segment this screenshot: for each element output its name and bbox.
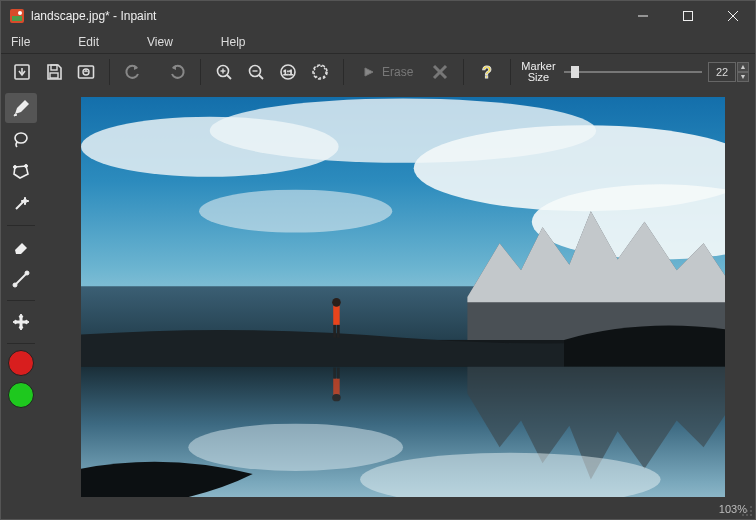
svg-rect-48: [337, 325, 340, 338]
svg-rect-45: [333, 306, 339, 325]
svg-rect-51: [333, 368, 336, 379]
svg-line-18: [259, 75, 263, 79]
svg-point-40: [199, 190, 392, 233]
toolbar: 1:1 Erase ? Marker Size 22 ▲ ▼: [1, 53, 755, 89]
eraser-tool[interactable]: [5, 232, 37, 262]
svg-point-57: [746, 514, 748, 516]
marker-size-spinner[interactable]: 22 ▲ ▼: [708, 62, 749, 82]
svg-point-55: [750, 510, 752, 512]
zoom-out-button[interactable]: [241, 57, 271, 87]
tool-sidebar: [1, 89, 41, 519]
guide-line-tool[interactable]: [5, 264, 37, 294]
erase-button[interactable]: Erase: [352, 57, 423, 87]
svg-line-14: [227, 75, 231, 79]
toolbar-separator: [200, 59, 201, 85]
canvas-area: 103%: [41, 89, 755, 519]
svg-point-53: [750, 506, 752, 508]
menu-help[interactable]: Help: [217, 33, 250, 51]
close-button[interactable]: [710, 1, 755, 31]
svg-point-58: [750, 514, 752, 516]
svg-line-32: [15, 273, 27, 285]
help-button[interactable]: ?: [472, 57, 502, 87]
menu-bar: File Edit View Help: [1, 31, 755, 53]
maximize-button[interactable]: [665, 1, 710, 31]
svg-point-2: [18, 11, 22, 15]
svg-rect-4: [683, 12, 692, 21]
svg-rect-47: [333, 325, 336, 338]
sidebar-separator: [7, 300, 35, 301]
keep-color-swatch[interactable]: [8, 382, 34, 408]
svg-rect-49: [333, 378, 339, 394]
minimize-button[interactable]: [620, 1, 665, 31]
remove-color-swatch[interactable]: [8, 350, 34, 376]
toolbar-separator: [510, 59, 511, 85]
svg-point-34: [25, 271, 29, 275]
menu-edit[interactable]: Edit: [74, 33, 103, 51]
marker-tool[interactable]: [5, 93, 37, 123]
spinner-up-button[interactable]: ▲: [737, 62, 749, 72]
toolbar-separator: [109, 59, 110, 85]
workspace: 103%: [1, 89, 755, 519]
image-canvas[interactable]: [81, 97, 725, 497]
marker-size-label: Marker Size: [521, 61, 555, 83]
save-button[interactable]: [39, 57, 69, 87]
sidebar-separator: [7, 343, 35, 344]
svg-point-33: [13, 283, 17, 287]
svg-point-30: [25, 165, 28, 168]
lasso-tool[interactable]: [5, 125, 37, 155]
marker-size-slider[interactable]: [564, 71, 702, 73]
spinner-down-button[interactable]: ▼: [737, 72, 749, 82]
svg-point-24: [313, 65, 327, 79]
window-controls: [620, 1, 755, 31]
svg-text:1:1: 1:1: [283, 69, 293, 76]
polygon-lasso-tool[interactable]: [5, 157, 37, 187]
svg-point-46: [332, 298, 341, 307]
image-content: [81, 97, 725, 497]
undo-button[interactable]: [118, 57, 148, 87]
magic-wand-tool[interactable]: [5, 189, 37, 219]
status-bar: 103%: [41, 499, 755, 519]
resize-grip-icon[interactable]: [741, 505, 753, 517]
svg-rect-10: [50, 73, 58, 78]
sidebar-separator: [7, 225, 35, 226]
window-title: landscape.jpg* - Inpaint: [31, 9, 620, 23]
move-tool[interactable]: [5, 307, 37, 337]
menu-file[interactable]: File: [7, 33, 34, 51]
svg-rect-1: [12, 16, 22, 21]
toolbar-separator: [343, 59, 344, 85]
title-bar: landscape.jpg* - Inpaint: [1, 1, 755, 31]
erase-label: Erase: [382, 65, 413, 79]
open-button[interactable]: [7, 57, 37, 87]
svg-text:?: ?: [482, 64, 492, 81]
svg-rect-11: [79, 66, 94, 78]
redo-button[interactable]: [162, 57, 192, 87]
zoom-actual-size-button[interactable]: 1:1: [273, 57, 303, 87]
svg-point-29: [14, 166, 17, 169]
svg-point-28: [15, 133, 27, 143]
svg-point-50: [332, 394, 341, 401]
zoom-fit-button[interactable]: [305, 57, 335, 87]
app-icon: [9, 8, 25, 24]
cancel-button[interactable]: [425, 57, 455, 87]
toolbar-separator: [463, 59, 464, 85]
menu-view[interactable]: View: [143, 33, 177, 51]
svg-point-43: [188, 424, 403, 471]
upload-button[interactable]: [71, 57, 101, 87]
marker-size-value[interactable]: 22: [708, 62, 736, 82]
svg-point-54: [746, 510, 748, 512]
app-window: landscape.jpg* - Inpaint File Edit View …: [0, 0, 756, 520]
zoom-in-button[interactable]: [209, 57, 239, 87]
svg-point-56: [742, 514, 744, 516]
svg-rect-52: [337, 368, 340, 379]
